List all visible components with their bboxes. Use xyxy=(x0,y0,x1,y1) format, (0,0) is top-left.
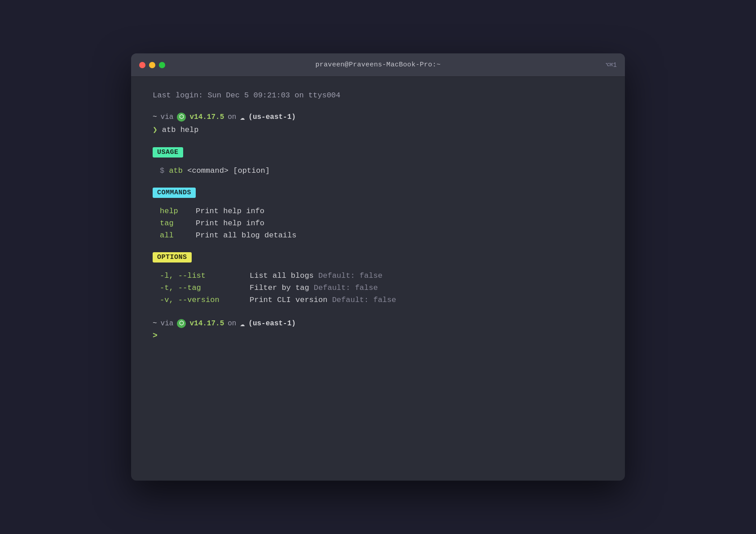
cloud-icon-1: ☁ xyxy=(240,112,245,122)
prompt-line-1: ~ via ⬡ v14.17.5 on ☁ (us-east-1) xyxy=(153,112,603,122)
traffic-lights xyxy=(139,62,165,68)
opt-name-tag: -t, --tag xyxy=(160,284,250,292)
opt-row-version: -v, --version Print CLI version Default:… xyxy=(160,296,603,304)
cmd-name-tag: tag xyxy=(160,219,196,228)
window-shortcut: ⌥⌘1 xyxy=(606,61,617,69)
opt-name-list: -l, --list xyxy=(160,271,250,280)
usage-example: $ atb <command> [option] xyxy=(153,166,603,175)
cmd-desc-help: Print help info xyxy=(196,207,264,215)
region-text-1: (us-east-1) xyxy=(248,113,296,121)
close-button[interactable] xyxy=(139,62,145,68)
via-text-1: via xyxy=(161,113,174,121)
via-text-2: via xyxy=(161,320,174,328)
cmd-name-help: help xyxy=(160,207,196,215)
tilde-1: ~ xyxy=(153,113,157,121)
usage-arg: <command> [option] xyxy=(187,166,270,175)
cmd-desc-tag: Print help info xyxy=(196,219,264,228)
commands-table: help Print help info tag Print help info… xyxy=(153,207,603,240)
terminal-window: praveen@Praveens-MacBook-Pro:~ ⌥⌘1 Last … xyxy=(131,53,625,481)
options-section: OPTIONS -l, --list List all blogs Defaul… xyxy=(153,252,603,304)
usage-cmd: atb xyxy=(169,166,187,175)
opt-desc-version: Print CLI version Default: false xyxy=(250,296,396,304)
command-text-1: atb help xyxy=(162,126,199,134)
dollar-sign: $ xyxy=(160,166,169,175)
usage-section: USAGE $ atb <command> [option] xyxy=(153,147,603,175)
window-title: praveen@Praveens-MacBook-Pro:~ xyxy=(315,61,440,69)
cmd-row-all: all Print all blog details xyxy=(160,231,603,240)
on-text-2: on xyxy=(228,320,236,328)
node-icon-2: ⬡ xyxy=(177,319,186,328)
usage-badge: USAGE xyxy=(153,147,183,158)
version-text-1: v14.17.5 xyxy=(189,113,224,121)
commands-badge: COMMANDS xyxy=(153,188,196,198)
bottom-section: ~ via ⬡ v14.17.5 on ☁ (us-east-1) > xyxy=(153,319,603,340)
options-table: -l, --list List all blogs Default: false… xyxy=(153,271,603,304)
maximize-button[interactable] xyxy=(159,62,165,68)
opt-desc-tag: Filter by tag Default: false xyxy=(250,284,378,292)
command-prompt-1: ❯ atb help xyxy=(153,125,603,135)
minimize-button[interactable] xyxy=(149,62,155,68)
login-line: Last login: Sun Dec 5 09:21:03 on ttys00… xyxy=(153,89,603,101)
chevron-icon-2: > xyxy=(153,331,158,340)
node-icon-1: ⬡ xyxy=(177,113,186,122)
region-text-2: (us-east-1) xyxy=(248,320,296,328)
opt-row-tag: -t, --tag Filter by tag Default: false xyxy=(160,284,603,292)
opt-desc-list: List all blogs Default: false xyxy=(250,271,382,280)
titlebar: praveen@Praveens-MacBook-Pro:~ ⌥⌘1 xyxy=(131,53,625,77)
cmd-desc-all: Print all blog details xyxy=(196,231,296,240)
cursor-prompt: > xyxy=(153,331,603,340)
commands-section: COMMANDS help Print help info tag Print … xyxy=(153,188,603,240)
tilde-2: ~ xyxy=(153,320,157,328)
cmd-row-help: help Print help info xyxy=(160,207,603,215)
version-text-2: v14.17.5 xyxy=(189,320,224,328)
options-badge: OPTIONS xyxy=(153,252,192,263)
cmd-row-tag: tag Print help info xyxy=(160,219,603,228)
opt-row-list: -l, --list List all blogs Default: false xyxy=(160,271,603,280)
opt-name-version: -v, --version xyxy=(160,296,250,304)
cmd-name-all: all xyxy=(160,231,196,240)
opt-default-list: Default: false xyxy=(318,271,382,280)
on-text-1: on xyxy=(228,113,236,121)
cloud-icon-2: ☁ xyxy=(240,319,245,328)
opt-default-tag: Default: false xyxy=(314,284,378,292)
prompt-line-2: ~ via ⬡ v14.17.5 on ☁ (us-east-1) xyxy=(153,319,603,328)
opt-default-version: Default: false xyxy=(332,296,396,304)
terminal-body[interactable]: Last login: Sun Dec 5 09:21:03 on ttys00… xyxy=(131,77,625,481)
chevron-icon-1: ❯ xyxy=(153,125,158,135)
